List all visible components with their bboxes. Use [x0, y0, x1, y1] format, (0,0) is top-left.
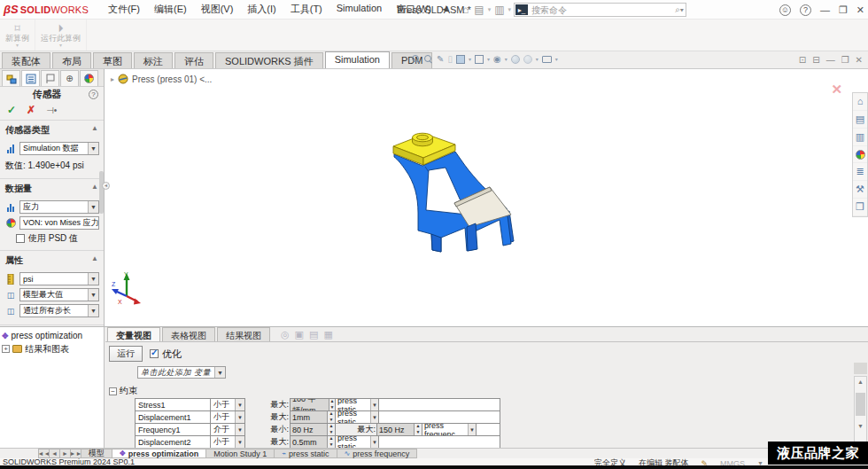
- tab-markup[interactable]: 标注: [134, 52, 173, 68]
- search-icon[interactable]: ⌕▾: [675, 4, 684, 15]
- study-tree-results[interactable]: + 结果和图表: [2, 342, 104, 356]
- search-input[interactable]: [528, 5, 675, 15]
- dropdown-arrow-icon[interactable]: ▼: [370, 411, 378, 423]
- data-quantity-collapse-icon[interactable]: ▲: [91, 183, 98, 195]
- run-study-button[interactable]: ⏵ 运行此算例 ▾: [35, 20, 87, 51]
- spinner[interactable]: ▲▼: [327, 411, 335, 423]
- study-dropdown[interactable]: press frequenc▼: [422, 423, 477, 436]
- 3d-content-icon[interactable]: ❒: [853, 199, 867, 216]
- condition-dropdown[interactable]: 小于▼: [210, 410, 245, 424]
- display-style-icon[interactable]: [475, 55, 484, 64]
- previous-view-icon[interactable]: ✎: [437, 54, 444, 64]
- tab-variable-view[interactable]: 变量视图: [107, 327, 160, 341]
- tab-press-static[interactable]: ⌁press static: [274, 449, 337, 458]
- dropdown-arrow-icon[interactable]: ▼: [235, 424, 244, 435]
- display-manager-tab[interactable]: [80, 70, 98, 86]
- add-variable-arrow-icon[interactable]: ▼: [214, 367, 225, 378]
- expand-icon[interactable]: +: [2, 345, 10, 353]
- criterion-dropdown[interactable]: 模型最大值 ▼: [19, 288, 99, 301]
- study-export-icon[interactable]: ▤: [309, 329, 318, 340]
- hide-show-caret-icon[interactable]: ▾: [505, 56, 508, 62]
- keep-visible-pin-icon[interactable]: ⊣•: [46, 106, 57, 115]
- minimize-button[interactable]: —: [820, 4, 830, 15]
- condition-dropdown[interactable]: 小于▼: [210, 398, 245, 411]
- custom-properties-icon[interactable]: ≣: [853, 163, 867, 181]
- scene-icon[interactable]: [523, 55, 532, 64]
- study-report-icon[interactable]: ▣: [295, 329, 304, 340]
- constraint-name[interactable]: Frequency1: [135, 423, 211, 436]
- new-document-icon[interactable]: ▤: [472, 4, 485, 16]
- close-button[interactable]: ✕: [856, 4, 864, 16]
- tab-table-view[interactable]: 表格视图: [162, 327, 215, 341]
- study-dropdown[interactable]: press static▼: [335, 398, 379, 411]
- breadcrumb-arrow-icon[interactable]: ▸: [111, 75, 114, 83]
- menu-edit[interactable]: 编辑(E): [147, 0, 194, 19]
- scroll-up-icon[interactable]: ▲: [857, 377, 864, 387]
- sensor-type-dropdown-arrow-icon[interactable]: ▼: [88, 143, 98, 154]
- doc-restore-icon[interactable]: ❐: [841, 55, 849, 65]
- tab-sketch[interactable]: 草图: [93, 52, 132, 68]
- panel-help-icon[interactable]: ?: [89, 90, 98, 99]
- scroll-down-icon[interactable]: ▼: [857, 421, 864, 432]
- sensor-type-collapse-icon[interactable]: ▲: [91, 124, 98, 137]
- open-caret-icon[interactable]: ▾: [508, 6, 512, 13]
- constraint-name[interactable]: Displacement2: [135, 435, 211, 449]
- bound-value-field[interactable]: 1mm▲▼: [290, 410, 336, 424]
- properties-collapse-icon[interactable]: ▲: [91, 254, 98, 267]
- featuremanager-tree-tab[interactable]: [2, 70, 20, 86]
- menu-insert[interactable]: 插入(I): [240, 0, 283, 19]
- panel-scrollbar[interactable]: [99, 171, 104, 214]
- new-study-button[interactable]: ⌑ 新算例 ▾: [0, 20, 35, 51]
- tab-layout[interactable]: 布局: [52, 52, 91, 68]
- restore-button[interactable]: ❐: [839, 4, 848, 16]
- bound-value-field[interactable]: 0.5mm▲▼: [290, 435, 336, 449]
- dropdown-arrow-icon[interactable]: ▼: [235, 411, 244, 423]
- configuration-manager-tab[interactable]: [41, 70, 59, 86]
- preview-close-icon[interactable]: ✕: [831, 82, 842, 98]
- view-orientation-icon[interactable]: [456, 55, 465, 64]
- dropdown-arrow-icon[interactable]: ▼: [370, 399, 378, 410]
- optimize-checkbox[interactable]: [150, 349, 159, 358]
- use-psd-checkbox[interactable]: [16, 234, 25, 243]
- spinner[interactable]: ▲▼: [329, 399, 335, 410]
- constraints-header[interactable]: − 约束: [109, 385, 868, 397]
- appearances-scenes-icon[interactable]: [853, 146, 867, 164]
- units-dropdown-arrow-icon[interactable]: ▼: [88, 273, 98, 285]
- spinner[interactable]: ▲▼: [327, 424, 335, 435]
- bound-value-field[interactable]: 150 Hz▲▼: [376, 423, 422, 436]
- menu-window[interactable]: 窗口(W): [389, 0, 438, 19]
- condition-dropdown[interactable]: 小于▼: [210, 435, 245, 449]
- study-dropdown[interactable]: press static▼: [335, 435, 379, 449]
- units-dropdown[interactable]: psi ▼: [19, 272, 99, 285]
- dropdown-arrow-icon[interactable]: ▼: [468, 424, 476, 435]
- view-settings-caret-icon[interactable]: ▾: [555, 56, 558, 62]
- new-caret-icon[interactable]: ▾: [488, 6, 492, 13]
- study-save-icon[interactable]: ▦: [323, 329, 332, 340]
- open-icon[interactable]: ▥: [492, 4, 506, 16]
- doc-close-icon[interactable]: ✕: [856, 55, 863, 65]
- tab-assembly[interactable]: 装配体: [2, 52, 50, 68]
- panel-splitter-handle[interactable]: ◂: [102, 182, 110, 190]
- appearance-icon[interactable]: [511, 55, 520, 64]
- tab-evaluate[interactable]: 评估: [174, 52, 213, 68]
- result-type-dropdown[interactable]: 应力 ▼: [19, 200, 99, 214]
- doc-dock-icon[interactable]: ⊡: [799, 55, 806, 65]
- doc-minimize-icon[interactable]: —: [826, 55, 835, 65]
- step-criterion-dropdown-arrow-icon[interactable]: ▼: [88, 305, 98, 317]
- tab-press-frequency[interactable]: ∿press frequency: [337, 449, 418, 458]
- forum-icon[interactable]: ⚒: [853, 181, 867, 199]
- study-settings-icon[interactable]: ◎: [281, 329, 290, 340]
- search-scope-icon[interactable]: ▸_: [515, 4, 528, 15]
- constraint-name[interactable]: Stress1: [135, 398, 211, 411]
- collapse-icon[interactable]: −: [109, 387, 117, 395]
- sensor-type-dropdown[interactable]: Simulation 数据 ▼: [19, 142, 99, 155]
- design-library-icon[interactable]: ▤: [853, 111, 867, 129]
- add-variable-dropdown[interactable]: 单击此处添加 变量 ▼: [137, 366, 226, 379]
- file-explorer-icon[interactable]: ▥: [853, 129, 867, 146]
- cancel-button[interactable]: ✗: [27, 104, 35, 116]
- command-search[interactable]: ▸_ ⌕▾: [514, 3, 686, 17]
- menu-view[interactable]: 视图(V): [194, 0, 241, 19]
- doc-tile-icon[interactable]: ⊟: [812, 55, 819, 65]
- press-bracket-model[interactable]: [372, 128, 540, 261]
- step-criterion-dropdown[interactable]: 通过所有步长 ▼: [19, 304, 99, 317]
